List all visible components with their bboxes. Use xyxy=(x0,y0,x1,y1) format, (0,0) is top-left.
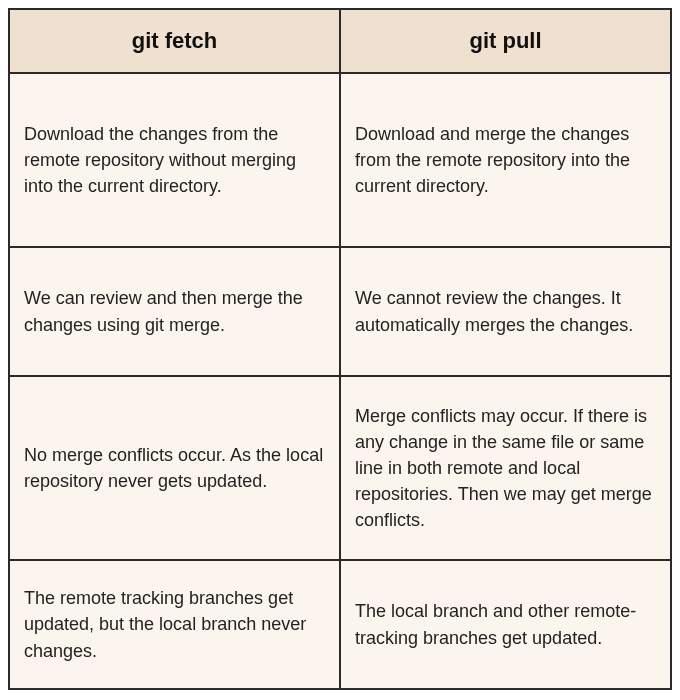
cell-fetch-review: We can review and then merge the changes… xyxy=(9,247,340,376)
table-row: The remote tracking branches get updated… xyxy=(9,560,671,689)
table-row: We can review and then merge the changes… xyxy=(9,247,671,376)
cell-pull-branches: The local branch and other remote-tracki… xyxy=(340,560,671,689)
cell-pull-description: Download and merge the changes from the … xyxy=(340,73,671,247)
table-header-row: git fetch git pull xyxy=(9,9,671,73)
cell-pull-conflicts: Merge conflicts may occur. If there is a… xyxy=(340,376,671,560)
cell-fetch-conflicts: No merge conflicts occur. As the local r… xyxy=(9,376,340,560)
header-git-fetch: git fetch xyxy=(9,9,340,73)
table-row: Download the changes from the remote rep… xyxy=(9,73,671,247)
cell-pull-review: We cannot review the changes. It automat… xyxy=(340,247,671,376)
cell-fetch-branches: The remote tracking branches get updated… xyxy=(9,560,340,689)
header-git-pull: git pull xyxy=(340,9,671,73)
table-row: No merge conflicts occur. As the local r… xyxy=(9,376,671,560)
cell-fetch-description: Download the changes from the remote rep… xyxy=(9,73,340,247)
comparison-table: git fetch git pull Download the changes … xyxy=(8,8,672,690)
